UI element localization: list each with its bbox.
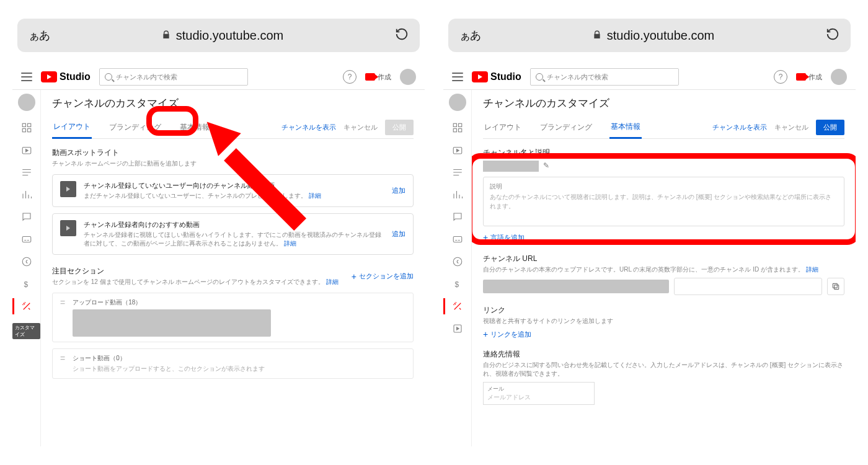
subtitles-icon[interactable] [452,234,463,245]
publish-button[interactable]: 公開 [816,120,844,135]
description-placeholder: あなたのチャンネルについて視聴者に説明します。説明は、チャンネルの [概要] セ… [490,192,838,211]
help-icon[interactable]: ? [774,70,787,84]
dashboard-icon[interactable] [452,122,463,133]
redacted-url [483,280,669,293]
email-field[interactable]: メール メールアドレス [483,382,595,405]
details-link[interactable]: 詳細 [309,192,321,199]
tab-layout[interactable]: レイアウト [52,117,92,139]
copyright-icon[interactable] [452,256,463,267]
main-content-layout: チャンネルのカスタマイズ レイアウト ブランディング 基本情報 チャンネルを表示… [41,90,425,446]
comments-icon[interactable] [21,211,32,223]
drag-icon[interactable]: = [60,298,65,307]
create-button[interactable]: 作成 [796,73,822,82]
refresh-icon[interactable] [826,27,839,44]
links-title: リンク [483,305,844,316]
tab-basic[interactable]: 基本情報 [179,117,211,138]
add-section-button[interactable]: +セクションを追加 [352,272,414,281]
section-shorts-label: ショート動画（0） [73,354,405,363]
video-icon [60,220,76,236]
camera-icon [796,73,806,81]
view-channel-link[interactable]: チャンネルを表示 [281,123,336,132]
tab-branding[interactable]: ブランディング [539,117,593,138]
content-icon[interactable] [452,144,463,156]
text-size-control[interactable]: ぁあ [459,28,480,43]
featured-desc: チャンネル登録者に視聴してほしい動画をハイライトします。すでにこの動画を視聴済み… [84,231,381,247]
details-link[interactable]: 詳細 [806,266,818,273]
search-placeholder: チャンネル内で検索 [547,73,608,82]
cancel-button[interactable]: キャンセル [343,123,378,132]
address-bar: ぁあ studio.youtube.com [448,19,851,52]
tab-layout[interactable]: レイアウト [483,117,523,138]
monetize-icon[interactable]: $ [452,278,463,290]
avatar[interactable] [831,69,847,85]
section-row-shorts: = ショート動画（0） ショート動画をアップロードすると、このセクションが表示さ… [52,348,414,379]
tab-branding[interactable]: ブランディング [108,117,162,138]
url-display: studio.youtube.com [480,29,826,43]
redacted-content [73,309,271,337]
svg-rect-9 [458,123,461,126]
studio-logo[interactable]: Studio [41,71,91,82]
details-link[interactable]: 詳細 [326,278,339,285]
youtube-icon [472,71,488,82]
trailer-desc: まだチャンネル登録していないユーザーに、チャンネルのプレビューをします。 [84,192,307,199]
add-language-button[interactable]: +言語を追加 [483,232,844,242]
customize-icon[interactable] [21,301,32,312]
studio-logo[interactable]: Studio [472,71,521,82]
spotlight-desc: チャンネル ホームページの上部に動画を追加します [52,159,414,168]
copy-icon[interactable] [827,278,844,295]
add-link[interactable]: 追加 [392,186,405,195]
menu-icon[interactable] [452,73,463,81]
video-icon [60,181,76,197]
svg-rect-11 [458,129,461,132]
screenshot-left: ぁあ studio.youtube.com Studio チャンネル内で検索 ?… [12,19,425,446]
description-textarea[interactable]: 説明 あなたのチャンネルについて視聴者に説明します。説明は、チャンネルの [概要… [483,177,844,226]
details-link[interactable]: 詳細 [284,240,296,247]
section-shorts-desc: ショート動画をアップロードすると、このセクションが表示されます [73,365,405,373]
add-link[interactable]: 追加 [392,229,405,239]
help-icon[interactable]: ? [343,70,356,84]
library-icon[interactable] [452,323,463,334]
contact-title: 連絡先情報 [483,349,844,360]
active-indicator [443,298,445,314]
create-button[interactable]: 作成 [365,73,391,82]
content-icon[interactable] [21,144,32,156]
channel-url-field [483,278,844,295]
url-display: studio.youtube.com [50,29,395,43]
svg-rect-8 [453,123,456,126]
comments-icon[interactable] [452,211,463,223]
add-link-button[interactable]: +リンクを追加 [483,329,844,339]
redacted-channel-name [483,161,539,172]
channel-avatar[interactable] [18,94,35,111]
playlist-icon[interactable] [452,167,463,178]
text-size-control[interactable]: ぁあ [29,28,50,43]
svg-point-14 [453,257,462,266]
create-label: 作成 [808,73,822,82]
analytics-icon[interactable] [452,189,463,200]
dashboard-icon[interactable] [21,122,32,133]
active-indicator [12,298,14,314]
search-input[interactable]: チャンネル内で検索 [530,68,679,86]
url-text: studio.youtube.com [176,29,283,43]
playlist-icon[interactable] [21,167,32,178]
menu-icon[interactable] [21,73,32,81]
view-channel-link[interactable]: チャンネルを表示 [712,123,767,132]
customize-icon[interactable] [452,301,463,312]
page-title: チャンネルのカスタマイズ [52,96,414,110]
section-row-uploads: = アップロード動画（18） [52,293,414,342]
cancel-button[interactable]: キャンセル [774,123,808,132]
monetize-icon[interactable]: $ [21,278,32,290]
refresh-icon[interactable] [395,27,409,44]
search-input[interactable]: チャンネル内で検索 [99,68,248,86]
channel-avatar[interactable] [449,94,466,111]
svg-rect-18 [833,283,837,288]
copyright-icon[interactable] [21,256,32,267]
subtitles-icon[interactable] [21,234,32,245]
tab-basic[interactable]: 基本情報 [609,117,642,139]
analytics-icon[interactable] [21,189,32,200]
avatar[interactable] [400,69,416,85]
svg-rect-5 [22,237,31,242]
svg-rect-3 [27,129,30,132]
edit-icon[interactable]: ✎ [543,161,549,170]
email-placeholder: メールアドレス [487,393,590,402]
drag-icon[interactable]: = [60,354,65,363]
